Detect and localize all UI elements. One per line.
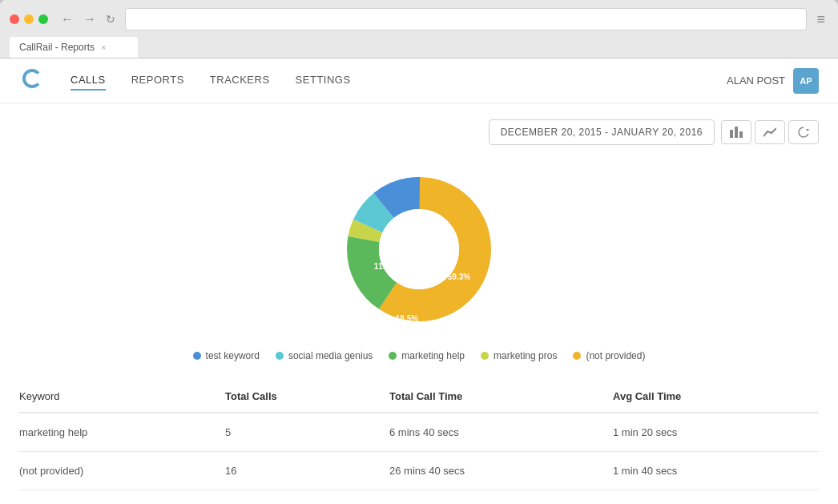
svg-text:59.3%: 59.3% — [448, 272, 470, 281]
svg-rect-1 — [735, 127, 738, 138]
table-row: (not provided) 16 26 mins 40 secs 1 min … — [19, 452, 819, 490]
user-avatar[interactable]: AP — [793, 68, 819, 94]
back-button[interactable]: ← — [58, 10, 77, 28]
nav-links: CALLS REPORTS TRACKERS SETTINGS — [71, 71, 727, 91]
td-avg-time-1: 1 min 40 secs — [613, 452, 819, 490]
app-nav: CALLS REPORTS TRACKERS SETTINGS ALAN POS… — [0, 58, 838, 103]
legend-dot-test-keyword — [193, 352, 201, 360]
th-total-call-time: Total Call Time — [389, 381, 613, 413]
svg-rect-0 — [730, 130, 733, 138]
address-bar[interactable] — [125, 8, 807, 30]
refresh-chart-button[interactable] — [788, 120, 819, 144]
nav-calls[interactable]: CALLS — [71, 71, 106, 91]
svg-text:11.1%: 11.1% — [374, 262, 397, 271]
legend-item-marketing-pros: marketing pros — [481, 350, 557, 361]
app-logo — [19, 66, 45, 96]
th-total-calls: Total Calls — [225, 381, 389, 413]
table-header-row: Keyword Total Calls Total Call Time Avg … — [19, 381, 819, 413]
close-traffic-light[interactable] — [10, 14, 19, 24]
tab-close-button[interactable]: × — [101, 42, 106, 52]
chart-legend: test keyword social media genius marketi… — [193, 350, 646, 361]
td-avg-time-0: 1 min 20 secs — [613, 413, 819, 452]
app-content: CALLS REPORTS TRACKERS SETTINGS ALAN POS… — [0, 58, 838, 504]
td-call-time-2: --- — [389, 490, 613, 505]
nav-trackers[interactable]: TRACKERS — [210, 71, 270, 91]
traffic-lights — [10, 14, 48, 24]
date-range-button[interactable]: DECEMBER 20, 2015 - JANUARY 20, 2016 — [489, 119, 715, 145]
td-keyword-0: marketing help — [19, 413, 225, 452]
td-calls-2: 3 — [225, 490, 389, 505]
td-calls-1: 16 — [225, 452, 389, 490]
maximize-traffic-light[interactable] — [38, 14, 48, 24]
browser-controls: ← → ↻ ≡ — [10, 8, 828, 30]
legend-dot-not-provided — [573, 352, 581, 360]
legend-item-not-provided: (not provided) — [573, 350, 645, 361]
td-keyword-2: test keyword — [19, 490, 225, 505]
td-calls-0: 5 — [225, 413, 389, 452]
legend-item-marketing-help: marketing help — [389, 350, 465, 361]
table-header: Keyword Total Calls Total Call Time Avg … — [19, 381, 819, 413]
legend-label-social-media: social media genius — [288, 350, 373, 361]
tab-bar: CallRail - Reports × — [10, 37, 828, 58]
legend-label-marketing-pros: marketing pros — [494, 350, 557, 361]
td-call-time-1: 26 mins 40 secs — [389, 452, 613, 490]
donut-chart: 11.1% 18.5% 59.3% 7.4% — [331, 161, 507, 337]
main-content: DECEMBER 20, 2015 - JANUARY 20, 2016 — [0, 103, 838, 504]
chart-type-buttons — [721, 120, 819, 144]
table-body: marketing help 5 6 mins 40 secs 1 min 20… — [19, 413, 819, 504]
logo-icon — [19, 66, 45, 91]
user-name: ALAN POST — [727, 75, 785, 87]
legend-label-test-keyword: test keyword — [206, 350, 260, 361]
data-table: Keyword Total Calls Total Call Time Avg … — [19, 381, 819, 504]
td-call-time-0: 6 mins 40 secs — [389, 413, 613, 452]
svg-rect-2 — [739, 131, 743, 138]
nav-settings[interactable]: SETTINGS — [296, 71, 351, 91]
bar-chart-button[interactable] — [721, 120, 751, 144]
forward-button[interactable]: → — [80, 10, 99, 28]
refresh-icon — [797, 126, 810, 139]
legend-dot-marketing-help — [389, 352, 397, 360]
legend-item-test-keyword: test keyword — [193, 350, 260, 361]
donut-svg: 11.1% 18.5% 59.3% 7.4% — [331, 161, 507, 337]
td-avg-time-2: --- — [613, 490, 819, 505]
th-avg-call-time: Avg Call Time — [613, 381, 819, 413]
browser-chrome: ← → ↻ ≡ CallRail - Reports × — [0, 0, 838, 58]
line-chart-button[interactable] — [755, 120, 785, 144]
minimize-traffic-light[interactable] — [24, 14, 34, 24]
th-keyword: Keyword — [19, 381, 225, 413]
browser-window: ← → ↻ ≡ CallRail - Reports × CAL — [0, 0, 838, 504]
line-chart-icon — [763, 127, 776, 138]
user-section: ALAN POST AP — [727, 68, 819, 94]
svg-text:18.5%: 18.5% — [396, 314, 418, 323]
legend-item-social-media: social media genius — [276, 350, 373, 361]
svg-text:7.4%: 7.4% — [413, 212, 431, 220]
legend-dot-social-media — [276, 352, 284, 360]
refresh-button[interactable]: ↻ — [103, 10, 119, 28]
table-row: marketing help 5 6 mins 40 secs 1 min 20… — [19, 413, 819, 452]
browser-tab[interactable]: CallRail - Reports × — [10, 37, 138, 58]
legend-label-not-provided: (not provided) — [586, 350, 645, 361]
table-row: test keyword 3 --- --- — [19, 490, 819, 505]
tab-title: CallRail - Reports — [19, 42, 95, 53]
nav-reports[interactable]: REPORTS — [131, 71, 184, 91]
legend-dot-marketing-pros — [481, 352, 489, 360]
date-range-bar: DECEMBER 20, 2015 - JANUARY 20, 2016 — [19, 119, 819, 145]
legend-label-marketing-help: marketing help — [401, 350, 465, 361]
nav-buttons: ← → ↻ — [58, 10, 119, 28]
td-keyword-1: (not provided) — [19, 452, 225, 490]
menu-button[interactable]: ≡ — [813, 10, 828, 30]
bar-chart-icon — [730, 127, 743, 138]
svg-marker-3 — [806, 129, 809, 131]
chart-container: 11.1% 18.5% 59.3% 7.4% test keyword soci… — [19, 161, 819, 361]
